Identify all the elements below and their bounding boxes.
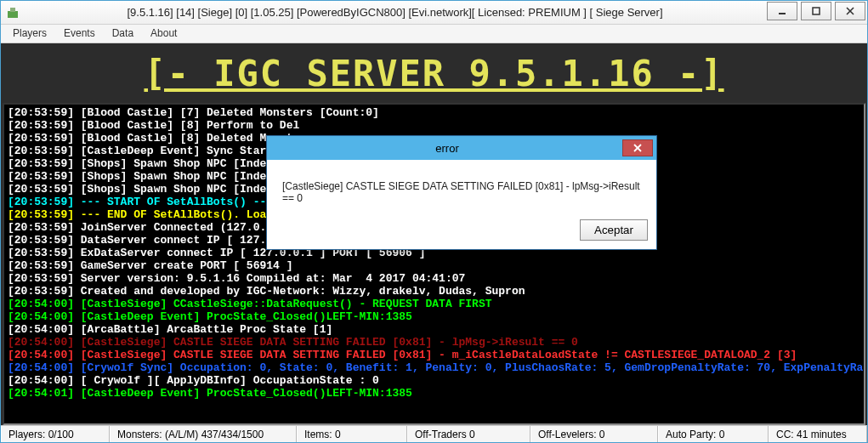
log-line: [20:53:59] GameServer create PORT [ 5691… [8, 259, 860, 272]
log-line: [20:53:59] [Blood Castle] [8] Perform to… [8, 119, 860, 132]
menu-players[interactable]: Players [4, 25, 55, 43]
window-title: [9.5.1.16] [14] [Siege] [0] [1.05.25] [P… [25, 6, 765, 19]
log-line: [20:54:01] [CastleDeep Event] ProcState_… [8, 387, 860, 400]
status-monsters: Monsters: (A/L/M) 437/434/1500 [110, 426, 297, 442]
status-players: Players: 0/100 [1, 426, 110, 442]
menu-events[interactable]: Events [55, 25, 104, 43]
status-offtraders: Off-Traders 0 [407, 426, 530, 442]
log-line: [20:54:00] [CastleSiege] CASTLE SIEGE DA… [8, 336, 860, 349]
window-controls [765, 1, 867, 24]
error-dialog: error [CastleSiege] CASTLE SIEGE DATA SE… [266, 135, 657, 250]
dialog-close-button[interactable] [622, 139, 653, 156]
close-button[interactable] [835, 2, 865, 20]
log-line: [20:54:00] [CastleSiege] CASTLE SIEGE DA… [8, 349, 860, 361]
svg-rect-0 [8, 11, 18, 18]
status-autoparty: Auto Party: 0 [658, 426, 769, 442]
maximize-button[interactable] [801, 2, 831, 20]
log-line: [20:54:00] [CastleDeep Event] ProcState_… [8, 310, 860, 323]
svg-rect-1 [10, 8, 15, 12]
dialog-ok-button[interactable]: Aceptar [580, 219, 648, 241]
log-line: [20:53:59] [Blood Castle] [7] Deleted Mo… [8, 106, 860, 119]
log-line: [20:54:00] [ Crywolf ][ ApplyDBInfo] Occ… [8, 374, 860, 387]
status-items: Items: 0 [297, 426, 407, 442]
dialog-footer: Aceptar [267, 213, 656, 249]
dialog-titlebar[interactable]: error [267, 136, 656, 160]
svg-rect-3 [813, 8, 820, 14]
status-offlevelers: Off-Levelers: 0 [530, 426, 658, 442]
minimize-button[interactable] [767, 2, 797, 20]
status-cc: CC: 41 minutes [769, 426, 867, 442]
svg-rect-2 [779, 13, 786, 14]
dialog-title: error [275, 142, 619, 155]
menu-data[interactable]: Data [104, 25, 142, 43]
log-line: [20:54:00] [CastleSiege] CCastleSiege::D… [8, 298, 860, 310]
statusbar: Players: 0/100 Monsters: (A/L/M) 437/434… [1, 425, 867, 442]
banner-text: [- IGC SERVER 9.5.1.16 -] [144, 53, 723, 94]
log-line: [20:53:59] Created and developed by IGC-… [8, 285, 860, 298]
menu-about[interactable]: About [142, 25, 185, 43]
banner: [- IGC SERVER 9.5.1.16 -] [1, 43, 867, 103]
menubar: Players Events Data About [1, 25, 867, 43]
dialog-message: [CastleSiege] CASTLE SIEGE DATA SETTING … [267, 160, 656, 213]
log-line: [20:54:00] [Crywolf Sync] Occupation: 0,… [8, 361, 860, 374]
log-line: [20:54:00] [ArcaBattle] ArcaBattle Proc … [8, 323, 860, 336]
titlebar: [9.5.1.16] [14] [Siege] [0] [1.05.25] [P… [1, 1, 867, 25]
app-icon [6, 6, 20, 20]
log-line: [20:53:59] Server version: 9.5.1.16 Comp… [8, 272, 860, 285]
